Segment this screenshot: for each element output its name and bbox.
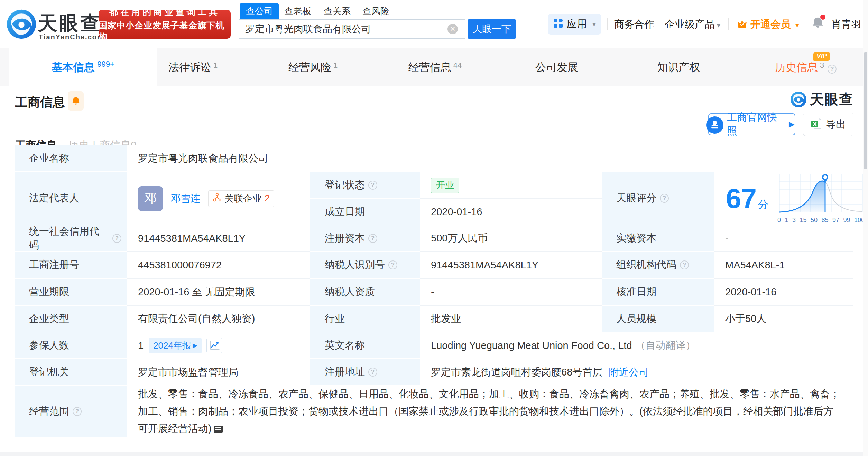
clear-search-icon[interactable]: ✕	[447, 24, 458, 34]
tab-company-development[interactable]: 公司发展	[535, 48, 578, 86]
next-section-edge	[0, 452, 868, 456]
search-tab-relation[interactable]: 查关系	[324, 3, 351, 19]
industry-value: 批发业	[420, 306, 602, 332]
help-icon[interactable]: ?	[112, 234, 121, 243]
related-companies-badge[interactable]: 关联企业 2	[208, 190, 274, 207]
tyc-score-label: 天眼评分?	[602, 172, 714, 225]
score-axis-tick: 0	[777, 217, 781, 224]
vip-badge: VIP	[813, 52, 830, 61]
expand-text-icon[interactable]	[214, 420, 223, 438]
score-axis-tick: 3	[792, 217, 796, 224]
chevron-down-icon: ▾	[795, 21, 799, 29]
excel-icon	[811, 117, 822, 132]
notifications-bell[interactable]	[811, 16, 824, 31]
reg-authority-value: 罗定市市场监督管理局	[127, 359, 310, 386]
divider	[607, 18, 608, 30]
taxpayer-id-label: 纳税人识别号?	[310, 252, 420, 279]
nav-enterprise-products[interactable]: 企业级产品▾	[665, 14, 720, 35]
company-name-value: 罗定市粤光肉联食品有限公司	[127, 145, 853, 172]
crown-icon	[737, 15, 748, 36]
reg-number-value: 445381000076972	[127, 252, 310, 279]
org-graph-icon	[213, 193, 222, 204]
user-menu[interactable]: 肖青羽▾	[831, 14, 867, 35]
reg-status-value: 开业	[420, 172, 602, 199]
brand-name[interactable]: 天眼查	[38, 10, 101, 37]
business-term-label: 营业期限	[15, 279, 127, 306]
search-tab-risk[interactable]: 查风险	[362, 3, 389, 19]
business-info-table: 企业名称 罗定市粤光肉联食品有限公司 法定代表人 邓 邓雪连 关联企业 2	[15, 145, 853, 437]
search-tab-boss[interactable]: 查老板	[284, 3, 311, 19]
insured-count-value: 1 2024年报▶	[127, 332, 310, 359]
annual-report-badge[interactable]: 2024年报▶	[149, 338, 202, 353]
company-tab-bar: 基本信息999+ 法律诉讼1 经营风险1 经营信息44 公司发展 知识产权 历史…	[0, 48, 868, 86]
monitor-bell-icon[interactable]	[68, 91, 84, 111]
tab-basic-info[interactable]: 基本信息999+	[9, 48, 157, 86]
company-type-label: 企业类型	[15, 306, 127, 332]
paid-capital-value: -	[714, 225, 853, 252]
credit-code-label: 统一社会信用代码?	[15, 225, 127, 252]
staff-size-value: 小于50人	[714, 306, 853, 332]
score-axis: 0131550859799100	[777, 217, 865, 224]
scrollbar-thumb[interactable]	[864, 52, 867, 169]
score-axis-tick: 85	[821, 217, 828, 224]
score-axis-tick: 50	[811, 217, 818, 224]
arrow-right-icon: ▶	[789, 120, 795, 129]
nav-open-vip[interactable]: 开通会员 ▾	[737, 14, 799, 35]
tab-business-info[interactable]: 经营信息44	[408, 48, 462, 86]
tianyancha-company-page: 天眼查 TianYanCha.com 都在用的商业查询工具 国家中小企业发展子基…	[0, 0, 868, 456]
help-icon[interactable]: ?	[73, 407, 82, 416]
divider	[802, 18, 802, 30]
score-axis-tick: 1	[785, 217, 788, 224]
english-name-value: Luoding Yueguang Meat Union Food Co., Lt…	[420, 332, 853, 359]
avatar[interactable]: 邓	[138, 186, 163, 211]
arrow-right-icon: ▶	[193, 342, 197, 349]
legal-rep-label: 法定代表人	[15, 172, 127, 225]
help-icon[interactable]: ?	[828, 65, 837, 74]
help-icon[interactable]: ?	[368, 368, 377, 377]
divider	[728, 18, 729, 30]
tianyancha-logo-icon[interactable]	[6, 8, 37, 41]
org-code-value: MA54AK8L-1	[714, 252, 853, 279]
export-button[interactable]: 导出	[803, 113, 853, 136]
search-tab-company[interactable]: 查公司	[240, 3, 279, 19]
staff-size-label: 人员规模	[602, 306, 714, 332]
establish-date-value: 2020-01-16	[420, 199, 602, 225]
credit-code-value: 91445381MA54AK8L1Y	[127, 225, 310, 252]
tab-intellectual-property[interactable]: 知识产权	[657, 48, 700, 86]
section-title: 工商信息	[15, 94, 65, 111]
scrollbar[interactable]	[863, 0, 868, 456]
vip-label: 开通会员	[750, 19, 791, 30]
help-icon[interactable]: ?	[368, 234, 377, 243]
slogan-line2: 国家中小企业发展子基金旗下机构	[99, 20, 231, 42]
legal-rep-link[interactable]: 邓雪连	[170, 192, 201, 206]
score-axis-tick: 15	[800, 217, 806, 224]
insured-count-label: 参保人数	[15, 332, 127, 359]
nav-cooperation[interactable]: 商务合作	[614, 14, 654, 35]
taxpayer-id-value: 91445381MA54AK8L1Y	[420, 252, 602, 279]
tab-legal[interactable]: 法律诉讼1	[168, 48, 218, 86]
help-icon[interactable]: ?	[368, 181, 377, 190]
taxpayer-quality-value: -	[420, 279, 602, 306]
apps-menu[interactable]: 应用 ▾	[548, 14, 601, 35]
official-snapshot-button[interactable]: 工商官网快照▶	[708, 113, 795, 135]
industry-label: 行业	[310, 306, 420, 332]
stamp-icon	[706, 116, 723, 136]
trend-chart-button[interactable]	[206, 338, 222, 353]
nearby-companies-link[interactable]: 附近公司	[609, 365, 649, 379]
reg-address-label: 注册地址?	[310, 359, 420, 386]
reg-number-label: 工商注册号	[15, 252, 127, 279]
auto-translate-note: （自动翻译）	[636, 339, 696, 352]
legal-rep-value: 邓 邓雪连 关联企业 2	[127, 172, 310, 225]
help-icon[interactable]: ?	[660, 194, 669, 203]
reg-status-label: 登记状态?	[310, 172, 420, 199]
tab-operation-risk[interactable]: 经营风险1	[288, 48, 338, 86]
watermark-brand-text: 天眼查	[810, 90, 853, 109]
search-button[interactable]: 天眼一下	[468, 19, 516, 39]
score-axis-tick: 97	[832, 217, 839, 224]
notification-dot	[820, 15, 825, 20]
reg-capital-value: 500万人民币	[420, 225, 602, 252]
help-icon[interactable]: ?	[680, 260, 689, 269]
search-input[interactable]	[239, 19, 465, 39]
status-badge: 开业	[431, 178, 459, 193]
help-icon[interactable]: ?	[388, 260, 397, 269]
